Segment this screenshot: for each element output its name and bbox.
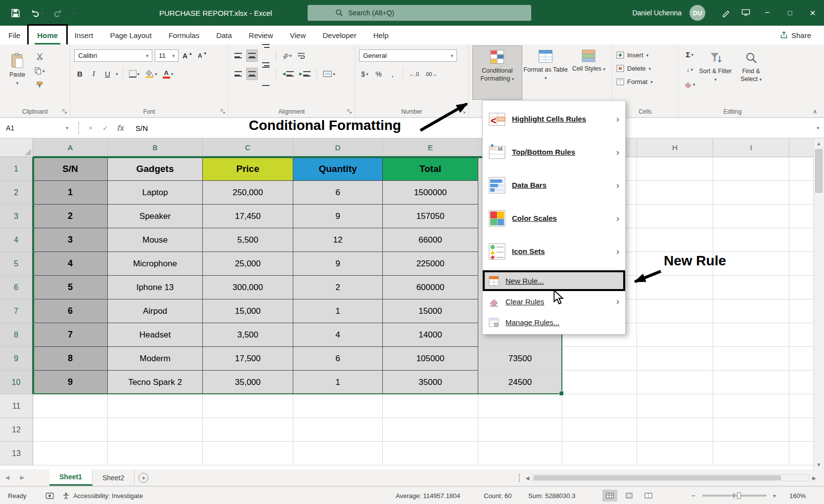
- share-button[interactable]: Share: [767, 26, 824, 44]
- cell-A2[interactable]: 1: [33, 181, 108, 205]
- cell[interactable]: [108, 394, 203, 418]
- bold-button[interactable]: B: [74, 68, 86, 80]
- cell[interactable]: [478, 394, 562, 418]
- format-painter-button[interactable]: [33, 79, 46, 91]
- cell[interactable]: [637, 276, 713, 299]
- decrease-indent-button[interactable]: ◀: [281, 68, 295, 80]
- conditional-formatting-button[interactable]: Conditional Formatting: [473, 46, 522, 99]
- page-layout-view-button[interactable]: [622, 490, 637, 502]
- undo-button[interactable]: [30, 8, 44, 18]
- accessibility-status[interactable]: Accessibility: Investigate: [62, 487, 143, 504]
- grow-font-button[interactable]: A▲: [181, 49, 194, 62]
- zoom-level[interactable]: 160%: [789, 487, 806, 504]
- status-sum[interactable]: Sum: 5288030.3: [528, 487, 575, 504]
- cell[interactable]: [637, 371, 713, 394]
- menu-item-manage-rules[interactable]: Manage Rules...: [483, 312, 625, 333]
- copy-button[interactable]: [33, 65, 46, 77]
- cell[interactable]: [637, 442, 713, 465]
- cell-C3[interactable]: 17,450: [203, 205, 293, 228]
- name-box[interactable]: A1: [0, 118, 74, 138]
- cell-A8[interactable]: 7: [33, 323, 108, 347]
- search-box[interactable]: Search (Alt+Q): [308, 5, 531, 21]
- cell-C5[interactable]: 25,000: [203, 252, 293, 276]
- cell-D4[interactable]: 12: [293, 228, 383, 252]
- cell-B7[interactable]: Airpod: [108, 299, 203, 323]
- cell[interactable]: [713, 371, 789, 394]
- cell-D1[interactable]: Quantity: [293, 157, 383, 181]
- tab-insert[interactable]: Insert: [66, 26, 102, 44]
- cell[interactable]: [637, 205, 713, 228]
- format-as-table-button[interactable]: Format as Table: [523, 46, 569, 99]
- cell[interactable]: [293, 418, 383, 442]
- cell-E8[interactable]: 14000: [383, 323, 478, 347]
- cell[interactable]: [478, 442, 562, 465]
- cell-A6[interactable]: 5: [33, 276, 108, 299]
- tab-formulas[interactable]: Formulas: [160, 26, 208, 44]
- comma-style-button[interactable]: ,: [387, 68, 398, 80]
- normal-view-button[interactable]: [602, 490, 617, 502]
- italic-button[interactable]: I: [88, 68, 99, 80]
- cell[interactable]: [713, 181, 789, 205]
- cell[interactable]: [33, 442, 108, 465]
- cell[interactable]: [562, 418, 637, 442]
- percent-style-button[interactable]: %: [373, 68, 384, 80]
- cell-D6[interactable]: 2: [293, 276, 383, 299]
- cell-C9[interactable]: 17,500: [203, 347, 293, 371]
- cell[interactable]: [293, 394, 383, 418]
- clear-button[interactable]: [683, 78, 697, 90]
- cell-C6[interactable]: 300,000: [203, 276, 293, 299]
- scroll-down-icon[interactable]: ▼: [814, 460, 824, 469]
- fill-color-button[interactable]: [143, 68, 159, 80]
- alignment-dialog-launcher-icon[interactable]: [347, 109, 352, 114]
- status-average[interactable]: Average: 114957.1804: [396, 487, 460, 504]
- cell[interactable]: [293, 442, 383, 465]
- cell-E1[interactable]: Total: [383, 157, 478, 181]
- format-cells-button[interactable]: Format: [612, 75, 678, 88]
- cell[interactable]: [33, 418, 108, 442]
- cell-C10[interactable]: 35,000: [203, 371, 293, 394]
- cut-button[interactable]: [33, 50, 46, 63]
- font-name-combo[interactable]: Calibri: [74, 49, 152, 62]
- save-icon[interactable]: [11, 8, 20, 18]
- cell-B6[interactable]: Iphone 13: [108, 276, 203, 299]
- cell[interactable]: [637, 228, 713, 252]
- cell[interactable]: [637, 347, 713, 371]
- insert-cells-button[interactable]: Insert: [612, 48, 678, 62]
- sheet-nav-right-icon[interactable]: ▶: [15, 469, 30, 486]
- hscroll-left-icon[interactable]: ◀: [526, 475, 530, 481]
- cell-C1[interactable]: Price: [203, 157, 293, 181]
- sheet-nav-left-icon[interactable]: ◀: [0, 469, 15, 486]
- cell-styles-button[interactable]: Cell Styles: [570, 46, 608, 99]
- formula-content[interactable]: S/N: [128, 124, 148, 132]
- cell-B1[interactable]: Gadgets: [108, 157, 203, 181]
- cell[interactable]: [383, 394, 478, 418]
- cell-D7[interactable]: 1: [293, 299, 383, 323]
- vertical-scrollbar[interactable]: ▲ ▼: [813, 138, 824, 469]
- sort-filter-button[interactable]: Sort & Filter: [699, 48, 732, 102]
- middle-align-button[interactable]: [246, 49, 258, 62]
- cell-F10[interactable]: 24500: [478, 371, 562, 394]
- row-header-6[interactable]: 6: [0, 276, 33, 299]
- paste-button[interactable]: Paste: [4, 49, 31, 103]
- cell-A9[interactable]: 8: [33, 347, 108, 371]
- zoom-track[interactable]: [702, 495, 767, 497]
- cell[interactable]: [383, 418, 478, 442]
- horizontal-scrollbar[interactable]: ◀ ▶: [519, 472, 816, 484]
- tab-view[interactable]: View: [281, 26, 314, 44]
- cell[interactable]: [713, 205, 789, 228]
- align-left-button[interactable]: [232, 68, 244, 80]
- borders-button[interactable]: [128, 68, 141, 80]
- col-header-I[interactable]: I: [713, 138, 789, 157]
- wrap-text-button[interactable]: [296, 49, 307, 62]
- row-header-5[interactable]: 5: [0, 252, 33, 276]
- row-header-8[interactable]: 8: [0, 323, 33, 347]
- cell-C4[interactable]: 5,500: [203, 228, 293, 252]
- top-align-button[interactable]: [232, 49, 244, 62]
- select-all-corner[interactable]: [0, 138, 33, 157]
- cell-D3[interactable]: 9: [293, 205, 383, 228]
- align-right-button[interactable]: [260, 68, 272, 80]
- ribbon-display-options-button[interactable]: [736, 0, 756, 26]
- tab-home[interactable]: Home: [29, 26, 66, 44]
- underline-button[interactable]: U: [102, 68, 113, 80]
- cell[interactable]: [203, 394, 293, 418]
